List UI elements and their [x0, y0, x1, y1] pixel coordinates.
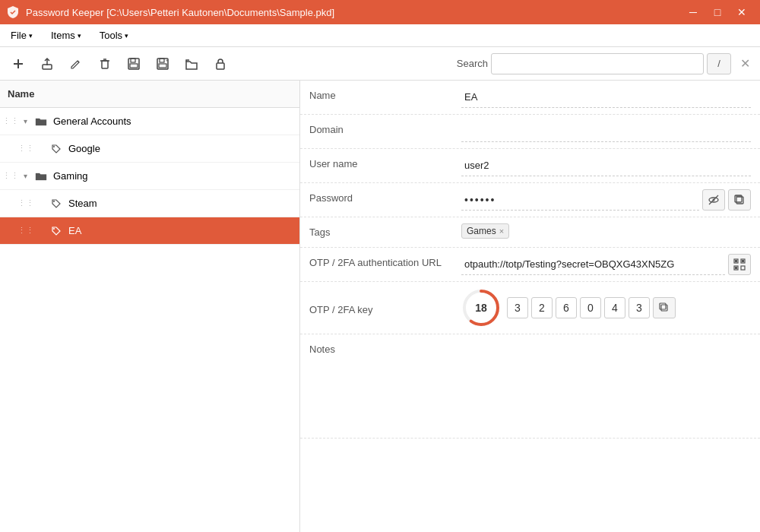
folder-icon — [32, 116, 50, 128]
username-input[interactable] — [461, 155, 751, 176]
detail-panel: Name Domain User name Password •••••• — [300, 81, 760, 532]
tools-menu[interactable]: Tools ▾ — [92, 27, 136, 44]
window-title: Password Keeper [C:\Users\Petteri Kauton… — [26, 7, 334, 18]
open-button[interactable] — [178, 51, 205, 77]
svg-rect-33 — [660, 303, 666, 309]
grid-icon — [733, 258, 746, 271]
otp-digit-1: 3 — [507, 297, 528, 318]
search-input[interactable] — [491, 53, 704, 74]
expand-btn[interactable]: ▾ — [18, 117, 32, 125]
tree-item-label: Steam — [65, 198, 296, 209]
otp-key-field-row: OTP / 2FA key 18 3 2 6 0 4 3 — [300, 282, 760, 334]
export-button[interactable] — [33, 51, 61, 77]
tag-icon — [47, 144, 65, 154]
items-menu-arrow: ▾ — [78, 32, 81, 40]
otp-digit-2: 2 — [531, 297, 553, 318]
copy-otp-button[interactable] — [653, 297, 676, 318]
otp-url-field-row: OTP / 2FA authentication URL — [300, 248, 760, 282]
svg-rect-9 — [130, 64, 138, 68]
delete-button[interactable] — [91, 51, 119, 77]
svg-rect-28 — [742, 260, 744, 262]
otp-digit-4: 0 — [580, 297, 601, 318]
tag-icon — [47, 198, 65, 209]
close-button[interactable]: ✕ — [730, 0, 754, 24]
svg-rect-4 — [102, 61, 108, 68]
username-label: User name — [309, 155, 461, 169]
items-menu[interactable]: Items ▾ — [43, 27, 89, 44]
svg-rect-12 — [159, 64, 166, 68]
title-bar: Password Keeper [C:\Users\Petteri Kauton… — [0, 0, 760, 24]
drag-handle: ⋮⋮ — [3, 171, 18, 181]
domain-input[interactable] — [461, 121, 751, 142]
expand-btn[interactable]: ▾ — [18, 172, 32, 180]
tools-menu-arrow: ▾ — [125, 32, 128, 40]
save-button[interactable] — [120, 51, 147, 77]
notes-input[interactable] — [461, 340, 751, 432]
export-icon — [40, 57, 54, 71]
lock-icon — [214, 57, 227, 71]
save-icon — [127, 57, 141, 71]
edit-icon — [69, 57, 83, 71]
save-as-icon: + — [156, 57, 169, 71]
search-area: Search / ✕ — [457, 53, 755, 74]
svg-point-15 — [53, 146, 55, 147]
lock-button[interactable] — [207, 51, 234, 77]
add-button[interactable] — [5, 51, 32, 77]
tree-header: Name — [0, 81, 299, 108]
copy-password-button[interactable] — [728, 189, 751, 211]
tree-item-general-accounts[interactable]: ⋮⋮ ▾ General Accounts — [0, 108, 299, 135]
domain-field-row: Domain — [300, 115, 760, 149]
copy-otp-icon — [659, 302, 670, 313]
maximize-button[interactable]: □ — [705, 0, 730, 24]
tag-label: Games — [467, 226, 496, 236]
otp-url-input[interactable] — [461, 254, 725, 275]
tree-area: ⋮⋮ ▾ General Accounts ⋮⋮ Google ⋮⋮ ▾ — [0, 108, 299, 532]
svg-rect-26 — [741, 266, 745, 270]
save-as-button[interactable]: + — [149, 51, 176, 77]
copy-icon — [733, 194, 746, 206]
tree-item-ea[interactable]: ⋮⋮ EA — [0, 217, 299, 245]
file-menu-arrow: ▾ — [29, 32, 33, 40]
tag-remove-button[interactable]: × — [499, 226, 504, 236]
search-clear-button[interactable]: ✕ — [734, 53, 755, 74]
tree-item-label: Gaming — [50, 170, 296, 182]
app-icon — [6, 5, 20, 19]
file-menu[interactable]: File ▾ — [3, 27, 40, 44]
svg-line-20 — [709, 195, 718, 204]
toolbar: + Search / ✕ — [0, 47, 760, 81]
search-label: Search — [457, 58, 488, 69]
svg-rect-32 — [661, 305, 667, 311]
svg-rect-29 — [735, 267, 737, 269]
drag-handle: ⋮⋮ — [18, 144, 33, 154]
tree-item-google[interactable]: ⋮⋮ Google — [0, 135, 299, 163]
otp-digits-container: 3 2 6 0 4 3 — [507, 297, 676, 318]
username-field-row: User name — [300, 149, 760, 183]
tags-value-area: Games × — [461, 223, 751, 239]
svg-rect-14 — [217, 63, 224, 69]
minimize-button[interactable]: ─ — [681, 0, 705, 24]
tag-chip-games: Games × — [461, 223, 509, 239]
search-shortcut-button[interactable]: / — [707, 53, 731, 74]
drag-handle: ⋮⋮ — [18, 198, 33, 208]
folder-icon — [32, 170, 50, 182]
svg-text:+: + — [166, 58, 169, 62]
menu-bar: File ▾ Items ▾ Tools ▾ — [0, 24, 760, 47]
otp-digit-3: 6 — [556, 297, 577, 318]
notes-label: Notes — [309, 340, 461, 355]
tree-item-gaming[interactable]: ⋮⋮ ▾ Gaming — [0, 163, 299, 190]
tags-field-row: Tags Games × — [300, 217, 760, 248]
name-value-area — [461, 87, 751, 108]
tree-item-label: General Accounts — [50, 116, 296, 127]
otp-url-value-area — [461, 254, 751, 275]
tree-item-steam[interactable]: ⋮⋮ Steam — [0, 190, 299, 217]
show-password-button[interactable] — [702, 189, 725, 211]
delete-icon — [98, 57, 112, 71]
eye-off-icon — [708, 194, 720, 206]
tag-icon — [47, 226, 65, 236]
name-input[interactable] — [461, 87, 751, 108]
username-value-area — [461, 155, 751, 176]
edit-button[interactable] — [62, 51, 90, 77]
password-dots: •••••• — [461, 189, 699, 211]
otp-grid-button[interactable] — [728, 254, 751, 275]
otp-digit-5: 4 — [604, 297, 625, 318]
